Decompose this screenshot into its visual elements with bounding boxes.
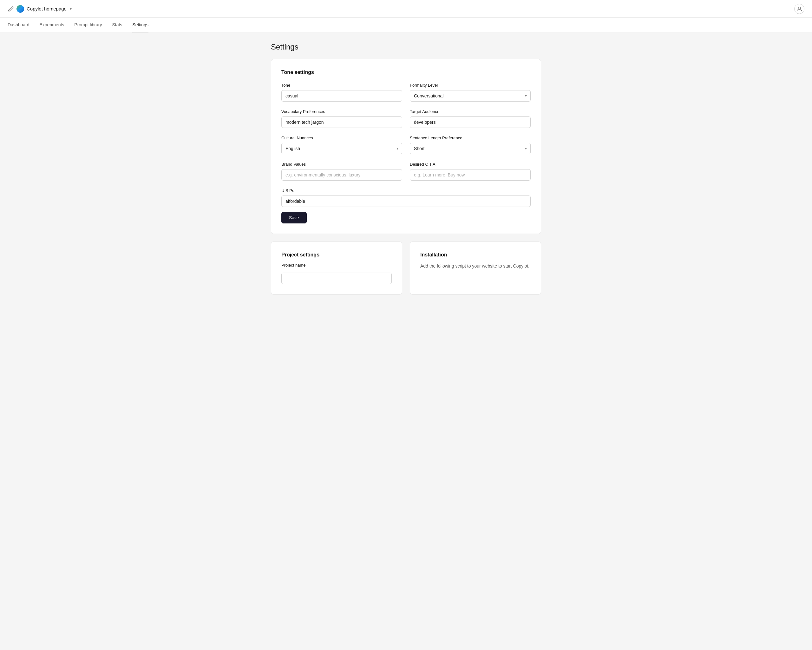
formality-field-group: Formality Level Conversational Formal Se…: [410, 83, 531, 102]
header-chevron-icon: ▾: [70, 7, 72, 11]
project-name-input[interactable]: [281, 273, 392, 284]
tone-field-group: Tone: [281, 83, 402, 102]
bottom-cards-grid: Project settings Project name Installati…: [271, 242, 541, 295]
sentence-select[interactable]: Short Medium Long Mixed: [410, 143, 531, 154]
sentence-label: Sentence Length Preference: [410, 136, 531, 140]
cta-field-group: Desired C T A: [410, 162, 531, 180]
nav-settings[interactable]: Settings: [132, 18, 148, 32]
pencil-icon: [8, 6, 14, 12]
cultural-field-group: Cultural Nuances English American Britis…: [281, 136, 402, 154]
globe-icon: [17, 5, 24, 13]
svg-point-0: [798, 7, 800, 9]
page-content: Settings Tone settings Tone Formality Le…: [263, 32, 549, 305]
header: Copylot homepage ▾: [0, 0, 812, 18]
target-label: Target Audience: [410, 109, 531, 114]
brand-label: Brand Values: [281, 162, 402, 167]
page-title: Settings: [271, 43, 541, 51]
target-input[interactable]: [410, 116, 531, 128]
project-settings-card: Project settings Project name: [271, 242, 402, 295]
usps-label: U S Ps: [281, 188, 531, 193]
sentence-field-group: Sentence Length Preference Short Medium …: [410, 136, 531, 154]
nav-prompt-library[interactable]: Prompt library: [74, 18, 102, 32]
cta-label: Desired C T A: [410, 162, 531, 167]
nav-experiments[interactable]: Experiments: [40, 18, 64, 32]
usps-input[interactable]: [281, 196, 531, 207]
project-name-field-group: Project name: [281, 263, 392, 284]
formality-select[interactable]: Conversational Formal Semi-formal Inform…: [410, 90, 531, 102]
vocab-field-group: Vocabulary Preferences: [281, 109, 402, 128]
tone-label: Tone: [281, 83, 402, 87]
project-settings-title: Project settings: [281, 252, 392, 258]
tone-form-grid: Tone Formality Level Conversational Form…: [281, 83, 531, 207]
vocab-label: Vocabulary Preferences: [281, 109, 402, 114]
target-field-group: Target Audience: [410, 109, 531, 128]
tone-input[interactable]: [281, 90, 402, 102]
user-avatar[interactable]: [794, 4, 804, 14]
nav-dashboard[interactable]: Dashboard: [8, 18, 29, 32]
main-nav: Dashboard Experiments Prompt library Sta…: [0, 18, 812, 32]
installation-title: Installation: [420, 252, 531, 258]
header-left: Copylot homepage ▾: [8, 5, 72, 13]
usps-field-group: U S Ps: [281, 188, 531, 207]
formality-select-wrapper: Conversational Formal Semi-formal Inform…: [410, 90, 531, 102]
cultural-select[interactable]: English American British Australian Glob…: [281, 143, 402, 154]
cultural-label: Cultural Nuances: [281, 136, 402, 140]
brand-input[interactable]: [281, 169, 402, 180]
project-name-label: Project name: [281, 263, 392, 268]
save-button[interactable]: Save: [281, 212, 307, 223]
app-title: Copylot homepage: [27, 6, 67, 11]
logo-area[interactable]: Copylot homepage ▾: [8, 5, 72, 13]
installation-card: Installation Add the following script to…: [410, 242, 541, 295]
nav-stats[interactable]: Stats: [112, 18, 122, 32]
formality-label: Formality Level: [410, 83, 531, 87]
cultural-select-wrapper: English American British Australian Glob…: [281, 143, 402, 154]
vocab-input[interactable]: [281, 116, 402, 128]
installation-description: Add the following script to your website…: [420, 263, 531, 269]
brand-field-group: Brand Values: [281, 162, 402, 180]
tone-settings-card: Tone settings Tone Formality Level Conve…: [271, 59, 541, 234]
sentence-select-wrapper: Short Medium Long Mixed ▾: [410, 143, 531, 154]
cta-input[interactable]: [410, 169, 531, 180]
tone-settings-title: Tone settings: [281, 69, 531, 75]
